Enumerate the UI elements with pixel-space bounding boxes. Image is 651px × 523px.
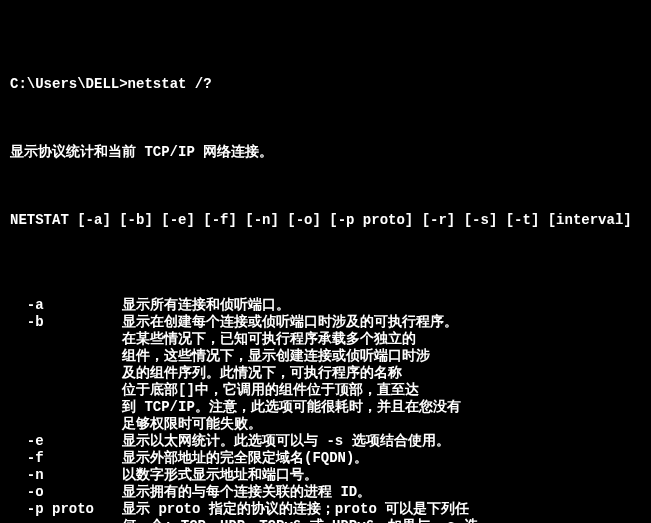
option-row: -e显示以太网统计。此选项可以与 -s 选项结合使用。 bbox=[10, 433, 641, 450]
option-row: -b显示在创建每个连接或侦听端口时涉及的可执行程序。 在某些情况下，已知可执行程… bbox=[10, 314, 641, 433]
option-description: 显示拥有的与每个连接关联的进程 ID。 bbox=[122, 484, 371, 501]
option-description: 以数字形式显示地址和端口号。 bbox=[122, 467, 318, 484]
option-key: -o bbox=[10, 484, 122, 501]
command-prompt-line: C:\Users\DELL>netstat /? bbox=[10, 76, 641, 93]
summary-line: 显示协议统计和当前 TCP/IP 网络连接。 bbox=[10, 144, 641, 161]
option-key: -f bbox=[10, 450, 122, 467]
option-description: 显示在创建每个连接或侦听端口时涉及的可执行程序。 在某些情况下，已知可执行程序承… bbox=[122, 314, 461, 433]
option-description: 显示 proto 指定的协议的连接；proto 可以是下列任 何一个: TCP、… bbox=[122, 501, 492, 523]
options-block: -a显示所有连接和侦听端口。 -b显示在创建每个连接或侦听端口时涉及的可执行程序… bbox=[10, 297, 641, 523]
blank-line bbox=[10, 110, 641, 127]
usage-line: NETSTAT [-a] [-b] [-e] [-f] [-n] [-o] [-… bbox=[10, 212, 641, 229]
blank-line bbox=[10, 178, 641, 195]
blank-line bbox=[10, 246, 641, 263]
option-row: -f显示外部地址的完全限定域名(FQDN)。 bbox=[10, 450, 641, 467]
option-row: -p proto显示 proto 指定的协议的连接；proto 可以是下列任 何… bbox=[10, 501, 641, 523]
option-row: -a显示所有连接和侦听端口。 bbox=[10, 297, 641, 314]
option-row: -o显示拥有的与每个连接关联的进程 ID。 bbox=[10, 484, 641, 501]
option-description: 显示外部地址的完全限定域名(FQDN)。 bbox=[122, 450, 368, 467]
option-key: -n bbox=[10, 467, 122, 484]
option-key: -b bbox=[10, 314, 122, 433]
option-description: 显示以太网统计。此选项可以与 -s 选项结合使用。 bbox=[122, 433, 450, 450]
option-key: -a bbox=[10, 297, 122, 314]
option-description: 显示所有连接和侦听端口。 bbox=[122, 297, 290, 314]
option-key: -e bbox=[10, 433, 122, 450]
option-row: -n以数字形式显示地址和端口号。 bbox=[10, 467, 641, 484]
option-key: -p proto bbox=[10, 501, 122, 523]
